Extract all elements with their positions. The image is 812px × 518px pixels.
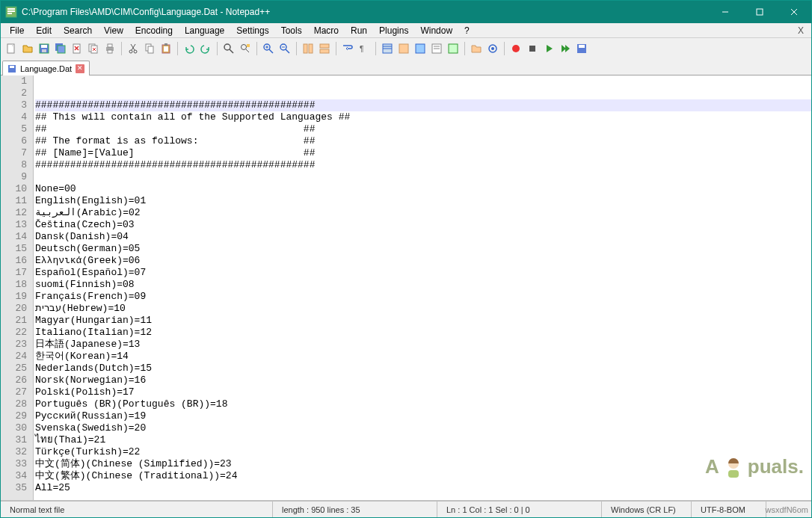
line-number: 17	[1, 267, 27, 279]
code-line[interactable]: العربية(Arabic)=02	[35, 207, 811, 219]
code-line[interactable]: Svenska(Swedish)=20	[35, 422, 811, 434]
code-line[interactable]: ## The format is as follows: ##	[35, 135, 811, 147]
code-line[interactable]: ########################################…	[35, 159, 811, 171]
code-line[interactable]: Türkçe(Turkish)=22	[35, 446, 811, 458]
svg-rect-58	[449, 44, 458, 53]
code-content[interactable]: ########################################…	[34, 75, 811, 500]
maximize-button[interactable]	[742, 1, 777, 23]
menu-search[interactable]: Search	[58, 24, 98, 37]
close-all-icon[interactable]	[86, 41, 101, 56]
code-line[interactable]: 中文(繁体)(Chinese (Traditional))=24	[35, 470, 811, 482]
doc-map-icon[interactable]	[413, 41, 428, 56]
play-multi-icon[interactable]	[558, 41, 573, 56]
stop-macro-icon[interactable]	[525, 41, 540, 56]
udl-icon[interactable]	[396, 41, 411, 56]
code-line[interactable]: suomi(Finnish)=08	[35, 279, 811, 291]
code-line[interactable]: Français(French)=09	[35, 291, 811, 303]
code-line[interactable]: Italiano(Italian)=12	[35, 327, 811, 339]
code-line[interactable]	[35, 171, 811, 183]
open-file-icon[interactable]	[20, 41, 35, 56]
svg-rect-53	[399, 44, 408, 53]
code-line[interactable]: Čeština(Czech)=03	[35, 219, 811, 231]
code-line[interactable]: Español(Español)=07	[35, 267, 811, 279]
redo-icon[interactable]	[198, 41, 213, 56]
code-line[interactable]: 中文(简体)(Chinese (Simplified))=23	[35, 458, 811, 470]
record-macro-icon[interactable]	[508, 41, 523, 56]
code-line[interactable]: ## [Name]=[Value] ##	[35, 147, 811, 159]
save-macro-icon[interactable]	[574, 41, 589, 56]
code-line[interactable]: ไทย(Thai)=21	[35, 434, 811, 446]
menu-plugins[interactable]: Plugins	[373, 24, 414, 37]
code-line[interactable]: ## ##	[35, 123, 811, 135]
menu-window[interactable]: Window	[414, 24, 458, 37]
code-line[interactable]: Ελληνικά(Greek)=06	[35, 255, 811, 267]
code-line[interactable]: ## This will contain all of the Supporte…	[35, 111, 811, 123]
code-line[interactable]: Português (BR)(Português (BR))=18	[35, 398, 811, 410]
undo-icon[interactable]	[182, 41, 197, 56]
cut-icon[interactable]	[126, 41, 141, 56]
status-encoding[interactable]: UTF-8-BOM	[692, 502, 766, 517]
code-line[interactable]: All=25	[35, 482, 811, 494]
menu-settings[interactable]: Settings	[230, 24, 274, 37]
statusbar: Normal text file length : 950 lines : 35…	[1, 501, 811, 517]
line-number: 10	[1, 183, 27, 195]
menu-language[interactable]: Language	[179, 24, 230, 37]
status-filetype: Normal text file	[1, 502, 273, 517]
code-line[interactable]: English(English)=01	[35, 195, 811, 207]
doc-list-icon[interactable]	[429, 41, 444, 56]
sync-hscroll-icon[interactable]	[317, 41, 332, 56]
svg-rect-3	[7, 13, 12, 14]
line-number: 26	[1, 374, 27, 386]
indent-guide-icon[interactable]	[380, 41, 395, 56]
code-line[interactable]: Dansk(Danish)=04	[35, 231, 811, 243]
new-file-icon[interactable]	[4, 41, 19, 56]
toolbar-separator	[336, 42, 336, 55]
code-line[interactable]: עברית(Hebrew)=10	[35, 303, 811, 315]
status-eol[interactable]: Windows (CR LF)	[602, 502, 692, 517]
menu-file[interactable]: File	[4, 24, 30, 37]
code-line[interactable]: Norsk(Norwegian)=16	[35, 374, 811, 386]
menu-close-x[interactable]: X	[793, 25, 808, 36]
menu-view[interactable]: View	[98, 24, 129, 37]
svg-rect-22	[108, 44, 112, 47]
code-line[interactable]	[35, 494, 811, 501]
play-macro-icon[interactable]	[541, 41, 556, 56]
tab-close-icon[interactable]: ✕	[76, 64, 84, 73]
menu-edit[interactable]: Edit	[30, 24, 58, 37]
code-line[interactable]: None=00	[35, 183, 811, 195]
find-icon[interactable]	[221, 41, 236, 56]
all-chars-icon[interactable]: ¶	[357, 41, 372, 56]
copy-icon[interactable]	[142, 41, 157, 56]
zoom-in-icon[interactable]	[261, 41, 276, 56]
print-icon[interactable]	[102, 41, 117, 56]
file-tab[interactable]: Language.Dat ✕	[2, 61, 90, 75]
close-file-icon[interactable]	[70, 41, 84, 56]
save-all-icon[interactable]	[53, 41, 68, 56]
func-list-icon[interactable]	[446, 41, 461, 56]
folder-workspace-icon[interactable]	[469, 41, 484, 56]
menu-macro[interactable]: Macro	[308, 24, 345, 37]
menu-encoding[interactable]: Encoding	[129, 24, 179, 37]
monitor-icon[interactable]	[485, 41, 500, 56]
svg-rect-64	[579, 45, 585, 48]
code-line[interactable]: Polski(Polish)=17	[35, 386, 811, 398]
menu-run[interactable]: Run	[345, 24, 373, 37]
minimize-button[interactable]	[708, 1, 742, 23]
paste-icon[interactable]	[159, 41, 173, 56]
code-line[interactable]: ########################################…	[35, 99, 811, 111]
sync-vscroll-icon[interactable]	[301, 41, 316, 56]
menu-help[interactable]: ?	[458, 24, 476, 37]
save-icon[interactable]	[37, 41, 52, 56]
code-line[interactable]: 日本語(Japanese)=13	[35, 339, 811, 351]
replace-icon[interactable]	[238, 41, 253, 56]
zoom-out-icon[interactable]	[277, 41, 292, 56]
code-line[interactable]: Deutsch(German)=05	[35, 243, 811, 255]
wordwrap-icon[interactable]	[340, 41, 355, 56]
code-line[interactable]: Русский(Russian)=19	[35, 410, 811, 422]
svg-rect-31	[164, 43, 167, 46]
code-line[interactable]: Nederlands(Dutch)=15	[35, 363, 811, 374]
close-button[interactable]	[777, 1, 811, 23]
code-line[interactable]: Magyar(Hungarian)=11	[35, 315, 811, 327]
code-line[interactable]: 한국어(Korean)=14	[35, 351, 811, 363]
menu-tools[interactable]: Tools	[275, 24, 308, 37]
